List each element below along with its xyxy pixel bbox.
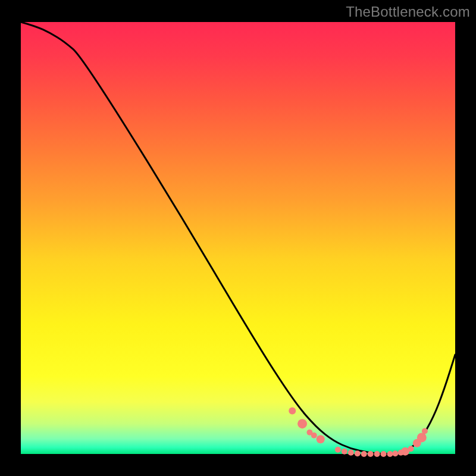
data-point xyxy=(417,433,427,442)
data-point xyxy=(422,428,428,434)
data-point xyxy=(355,450,361,456)
data-point xyxy=(342,449,347,455)
data-point xyxy=(368,451,374,457)
watermark-text: TheBottleneck.com xyxy=(346,4,470,20)
chart-frame: TheBottleneck.com xyxy=(0,0,476,476)
data-point xyxy=(381,451,387,457)
data-point xyxy=(408,446,414,452)
data-point xyxy=(317,435,325,443)
data-point xyxy=(374,451,380,457)
data-point xyxy=(335,447,341,453)
data-point xyxy=(348,450,354,456)
plot-background xyxy=(21,22,455,454)
data-point xyxy=(289,407,296,414)
data-point xyxy=(387,451,393,457)
data-point xyxy=(311,433,317,439)
data-point xyxy=(392,450,398,456)
data-point xyxy=(298,419,307,428)
data-point xyxy=(361,451,367,457)
bottleneck-chart xyxy=(0,0,476,476)
